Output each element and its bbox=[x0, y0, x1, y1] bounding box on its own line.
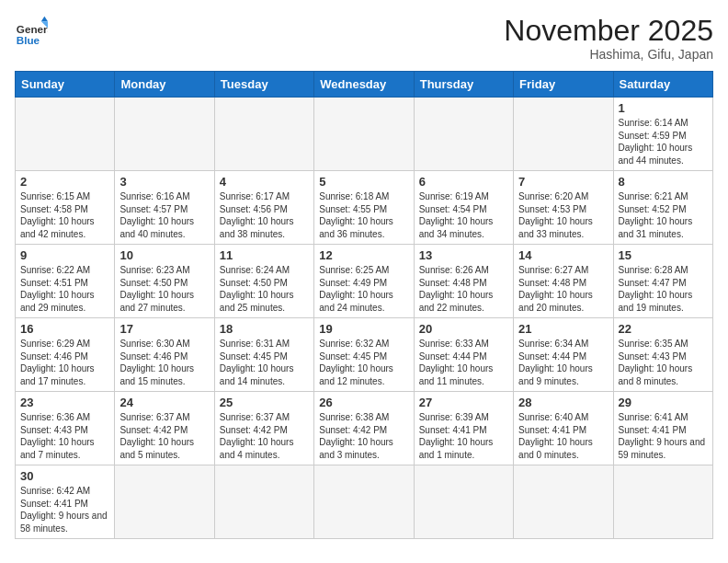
day-info: Sunrise: 6:41 AM Sunset: 4:41 PM Dayligh… bbox=[619, 411, 708, 461]
day-info: Sunrise: 6:24 AM Sunset: 4:50 PM Dayligh… bbox=[220, 264, 309, 314]
calendar-cell bbox=[16, 98, 115, 171]
calendar-cell: 18Sunrise: 6:31 AM Sunset: 4:45 PM Dayli… bbox=[214, 318, 313, 392]
day-info: Sunrise: 6:17 AM Sunset: 4:56 PM Dayligh… bbox=[220, 190, 309, 240]
weekday-header-friday: Friday bbox=[514, 72, 613, 98]
calendar-cell: 26Sunrise: 6:38 AM Sunset: 4:42 PM Dayli… bbox=[314, 392, 414, 465]
calendar-cell: 3Sunrise: 6:16 AM Sunset: 4:57 PM Daylig… bbox=[115, 171, 214, 245]
calendar-cell: 11Sunrise: 6:24 AM Sunset: 4:50 PM Dayli… bbox=[214, 245, 313, 318]
day-number: 4 bbox=[220, 175, 309, 189]
day-number: 10 bbox=[119, 248, 209, 262]
day-number: 9 bbox=[20, 248, 109, 262]
day-info: Sunrise: 6:18 AM Sunset: 4:55 PM Dayligh… bbox=[319, 190, 408, 240]
calendar-cell: 8Sunrise: 6:21 AM Sunset: 4:52 PM Daylig… bbox=[613, 171, 712, 245]
calendar-cell bbox=[414, 465, 513, 539]
day-info: Sunrise: 6:21 AM Sunset: 4:52 PM Dayligh… bbox=[619, 190, 708, 240]
subtitle: Hashima, Gifu, Japan bbox=[504, 47, 713, 62]
calendar-cell: 1Sunrise: 6:14 AM Sunset: 4:59 PM Daylig… bbox=[613, 98, 712, 171]
header: General Blue November 2025 Hashima, Gifu… bbox=[15, 15, 713, 62]
calendar-cell bbox=[115, 465, 214, 539]
day-info: Sunrise: 6:29 AM Sunset: 4:46 PM Dayligh… bbox=[20, 338, 109, 387]
day-number: 14 bbox=[518, 248, 608, 262]
calendar-cell: 13Sunrise: 6:26 AM Sunset: 4:48 PM Dayli… bbox=[414, 245, 513, 318]
day-number: 30 bbox=[20, 469, 109, 483]
title-area: November 2025 Hashima, Gifu, Japan bbox=[504, 15, 713, 62]
weekday-header-wednesday: Wednesday bbox=[314, 72, 414, 98]
day-info: Sunrise: 6:16 AM Sunset: 4:57 PM Dayligh… bbox=[119, 190, 209, 240]
day-number: 26 bbox=[319, 396, 408, 409]
day-number: 3 bbox=[119, 175, 209, 189]
day-info: Sunrise: 6:32 AM Sunset: 4:45 PM Dayligh… bbox=[319, 338, 408, 387]
calendar-cell: 9Sunrise: 6:22 AM Sunset: 4:51 PM Daylig… bbox=[16, 245, 115, 318]
calendar-cell bbox=[115, 98, 214, 171]
day-info: Sunrise: 6:33 AM Sunset: 4:44 PM Dayligh… bbox=[419, 338, 508, 387]
logo-icon: General Blue bbox=[15, 15, 48, 48]
day-number: 12 bbox=[319, 248, 408, 262]
calendar-cell: 30Sunrise: 6:42 AM Sunset: 4:41 PM Dayli… bbox=[16, 465, 115, 539]
calendar-cell: 27Sunrise: 6:39 AM Sunset: 4:41 PM Dayli… bbox=[414, 392, 513, 465]
calendar-week-row: 30Sunrise: 6:42 AM Sunset: 4:41 PM Dayli… bbox=[16, 465, 713, 539]
day-info: Sunrise: 6:15 AM Sunset: 4:58 PM Dayligh… bbox=[20, 190, 109, 240]
weekday-header-saturday: Saturday bbox=[613, 72, 712, 98]
day-info: Sunrise: 6:38 AM Sunset: 4:42 PM Dayligh… bbox=[319, 411, 408, 461]
calendar-cell: 6Sunrise: 6:19 AM Sunset: 4:54 PM Daylig… bbox=[414, 171, 513, 245]
calendar: SundayMondayTuesdayWednesdayThursdayFrid… bbox=[15, 71, 713, 539]
calendar-cell: 4Sunrise: 6:17 AM Sunset: 4:56 PM Daylig… bbox=[214, 171, 313, 245]
calendar-cell: 24Sunrise: 6:37 AM Sunset: 4:42 PM Dayli… bbox=[115, 392, 214, 465]
calendar-cell bbox=[613, 465, 712, 539]
day-number: 5 bbox=[319, 175, 408, 189]
calendar-cell bbox=[414, 98, 513, 171]
weekday-header-sunday: Sunday bbox=[16, 72, 115, 98]
day-number: 22 bbox=[619, 322, 708, 336]
svg-text:Blue: Blue bbox=[17, 34, 40, 46]
weekday-header-tuesday: Tuesday bbox=[214, 72, 313, 98]
day-info: Sunrise: 6:23 AM Sunset: 4:50 PM Dayligh… bbox=[119, 264, 209, 314]
day-number: 8 bbox=[619, 175, 708, 189]
calendar-cell bbox=[314, 98, 414, 171]
day-number: 13 bbox=[419, 248, 508, 262]
day-number: 27 bbox=[419, 396, 508, 409]
day-number: 20 bbox=[419, 322, 508, 336]
day-number: 24 bbox=[119, 396, 209, 409]
calendar-cell: 15Sunrise: 6:28 AM Sunset: 4:47 PM Dayli… bbox=[613, 245, 712, 318]
day-info: Sunrise: 6:19 AM Sunset: 4:54 PM Dayligh… bbox=[419, 190, 508, 240]
day-info: Sunrise: 6:26 AM Sunset: 4:48 PM Dayligh… bbox=[419, 264, 508, 314]
calendar-cell: 25Sunrise: 6:37 AM Sunset: 4:42 PM Dayli… bbox=[214, 392, 313, 465]
day-number: 23 bbox=[20, 396, 109, 409]
weekday-header-monday: Monday bbox=[115, 72, 214, 98]
day-info: Sunrise: 6:40 AM Sunset: 4:41 PM Dayligh… bbox=[518, 411, 608, 461]
day-number: 11 bbox=[220, 248, 309, 262]
day-info: Sunrise: 6:31 AM Sunset: 4:45 PM Dayligh… bbox=[220, 338, 309, 387]
calendar-cell: 20Sunrise: 6:33 AM Sunset: 4:44 PM Dayli… bbox=[414, 318, 513, 392]
calendar-week-row: 16Sunrise: 6:29 AM Sunset: 4:46 PM Dayli… bbox=[16, 318, 713, 392]
calendar-cell bbox=[214, 465, 313, 539]
month-title: November 2025 bbox=[504, 15, 713, 47]
logo: General Blue bbox=[15, 15, 48, 48]
day-info: Sunrise: 6:25 AM Sunset: 4:49 PM Dayligh… bbox=[319, 264, 408, 314]
day-info: Sunrise: 6:42 AM Sunset: 4:41 PM Dayligh… bbox=[20, 485, 109, 534]
calendar-cell bbox=[514, 98, 613, 171]
day-info: Sunrise: 6:39 AM Sunset: 4:41 PM Dayligh… bbox=[419, 411, 508, 461]
day-number: 6 bbox=[419, 175, 508, 189]
calendar-cell: 2Sunrise: 6:15 AM Sunset: 4:58 PM Daylig… bbox=[16, 171, 115, 245]
day-info: Sunrise: 6:34 AM Sunset: 4:44 PM Dayligh… bbox=[518, 338, 608, 387]
calendar-cell: 14Sunrise: 6:27 AM Sunset: 4:48 PM Dayli… bbox=[514, 245, 613, 318]
calendar-cell bbox=[214, 98, 313, 171]
day-number: 18 bbox=[220, 322, 309, 336]
day-info: Sunrise: 6:20 AM Sunset: 4:53 PM Dayligh… bbox=[518, 190, 608, 240]
calendar-cell: 10Sunrise: 6:23 AM Sunset: 4:50 PM Dayli… bbox=[115, 245, 214, 318]
day-number: 15 bbox=[619, 248, 708, 262]
calendar-cell: 19Sunrise: 6:32 AM Sunset: 4:45 PM Dayli… bbox=[314, 318, 414, 392]
calendar-cell: 7Sunrise: 6:20 AM Sunset: 4:53 PM Daylig… bbox=[514, 171, 613, 245]
day-number: 2 bbox=[20, 175, 109, 189]
calendar-cell: 5Sunrise: 6:18 AM Sunset: 4:55 PM Daylig… bbox=[314, 171, 414, 245]
calendar-cell: 29Sunrise: 6:41 AM Sunset: 4:41 PM Dayli… bbox=[613, 392, 712, 465]
day-number: 7 bbox=[518, 175, 608, 189]
calendar-cell: 16Sunrise: 6:29 AM Sunset: 4:46 PM Dayli… bbox=[16, 318, 115, 392]
day-number: 19 bbox=[319, 322, 408, 336]
day-info: Sunrise: 6:37 AM Sunset: 4:42 PM Dayligh… bbox=[220, 411, 309, 461]
weekday-header-thursday: Thursday bbox=[414, 72, 513, 98]
svg-marker-2 bbox=[41, 17, 48, 21]
day-number: 29 bbox=[619, 396, 708, 409]
day-number: 28 bbox=[518, 396, 608, 409]
day-info: Sunrise: 6:28 AM Sunset: 4:47 PM Dayligh… bbox=[619, 264, 708, 314]
